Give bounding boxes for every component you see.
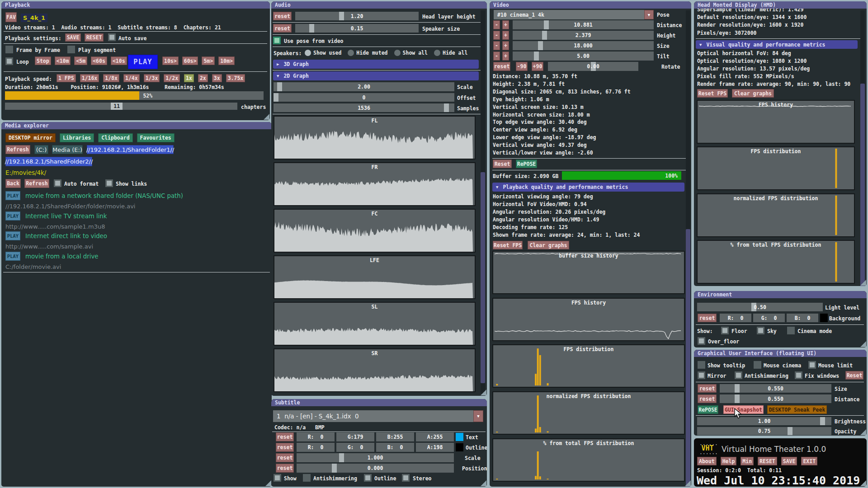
color-component-field[interactable]: B: 0 bbox=[376, 443, 414, 452]
media-explorer-titlebar[interactable]: Media explorer bbox=[1, 122, 272, 129]
tilt-minus-button[interactable]: - bbox=[493, 52, 500, 61]
speed-button[interactable]: 1/16x bbox=[80, 74, 99, 82]
fix-windows-checkbox[interactable] bbox=[795, 371, 802, 379]
media-refresh-button[interactable]: Refresh bbox=[5, 145, 30, 154]
vht-button[interactable]: SAVE bbox=[781, 457, 797, 465]
background-g-field[interactable]: G: 0 bbox=[753, 314, 785, 322]
frame-by-frame-checkbox[interactable] bbox=[5, 46, 13, 53]
speaker-mode-option[interactable]: Hide muted bbox=[348, 50, 387, 56]
rotate-plus-90-button[interactable]: +90 bbox=[532, 62, 543, 71]
audio-scrollbar-thumb[interactable] bbox=[481, 172, 485, 383]
radio-icon[interactable] bbox=[348, 50, 354, 56]
subtitle-scale-reset-button[interactable]: reset bbox=[276, 453, 294, 462]
rotate-slider[interactable]: 0.00 bbox=[548, 62, 638, 71]
hmd-resize-grip[interactable] bbox=[860, 280, 866, 286]
media-source-button[interactable]: Clipboard bbox=[98, 133, 132, 142]
video-titlebar[interactable]: Video bbox=[490, 1, 691, 9]
subtitle-antishimmering-checkbox[interactable] bbox=[303, 474, 311, 482]
speaker-mode-option[interactable]: Show used bbox=[305, 50, 341, 56]
gui-opacity-slider[interactable]: 0.75 bbox=[697, 427, 831, 435]
show-links-checkbox[interactable] bbox=[105, 179, 113, 187]
hmd-scrollbar-thumb[interactable] bbox=[860, 84, 865, 286]
mirror-checkbox[interactable] bbox=[698, 371, 705, 379]
progress-bar[interactable]: 52% bbox=[5, 91, 264, 100]
shared-folder-1-button[interactable]: //192.168.2.1/SharedFolder1// bbox=[87, 145, 174, 154]
color-component-field[interactable]: A:198 bbox=[416, 443, 454, 452]
auto-save-checkbox[interactable] bbox=[108, 33, 116, 41]
mouse-limit-checkbox[interactable] bbox=[808, 361, 816, 369]
drive-c-button[interactable]: (C:) bbox=[34, 145, 48, 154]
media-entry-title[interactable]: movie from a local drive bbox=[25, 253, 98, 260]
gui-distance-reset-button[interactable]: reset bbox=[698, 394, 717, 403]
show-tooltip-checkbox[interactable] bbox=[698, 361, 705, 369]
subtitle-dropdown-arrow[interactable]: ▼ bbox=[473, 410, 483, 422]
environment-resize-grip[interactable] bbox=[860, 341, 866, 347]
speaker-mode-option[interactable]: Hide all bbox=[434, 50, 467, 56]
audio-scrollbar[interactable] bbox=[481, 10, 485, 394]
gui-repose-button[interactable]: RePOSE bbox=[698, 405, 718, 414]
cinema-mode-checkbox[interactable] bbox=[787, 327, 795, 334]
gui-brightness-slider[interactable]: 1.00 bbox=[697, 417, 831, 425]
media-entry-title[interactable]: movie from a network shared folder (NAS/… bbox=[25, 192, 183, 199]
media-entry-title[interactable]: Internet direct link to video bbox=[25, 233, 107, 239]
video-reset-button[interactable]: Reset bbox=[493, 160, 512, 168]
subtitle-stereo-checkbox[interactable] bbox=[402, 474, 410, 482]
size-slider[interactable]: 18.000 bbox=[513, 41, 654, 50]
video-scrollbar[interactable] bbox=[686, 10, 690, 485]
video-scrollbar-thumb[interactable] bbox=[686, 229, 690, 487]
seek-forward-button[interactable]: 10s> bbox=[162, 56, 179, 65]
distance-plus-button[interactable]: + bbox=[502, 20, 509, 29]
speed-button[interactable]: 1x bbox=[184, 74, 194, 82]
play-segment-checkbox[interactable] bbox=[67, 46, 75, 53]
loop-checkbox[interactable] bbox=[5, 57, 13, 65]
color-component-field[interactable]: G:179 bbox=[336, 432, 374, 441]
height-minus-button[interactable]: - bbox=[493, 31, 500, 40]
subtitle-show-checkbox[interactable] bbox=[274, 474, 281, 482]
background-reset-button[interactable]: reset bbox=[698, 314, 717, 322]
speed-button[interactable]: 1/2x bbox=[164, 74, 180, 82]
radio-icon[interactable] bbox=[394, 50, 401, 56]
speed-button[interactable]: 3.75x bbox=[226, 74, 245, 82]
desktop-sneak-peek-button[interactable]: DESKTOP Sneak Peek bbox=[767, 405, 827, 414]
color-component-field[interactable]: G: 0 bbox=[336, 443, 374, 452]
hmd-reset-fps-button[interactable]: Reset FPS bbox=[697, 89, 728, 98]
hmd-titlebar[interactable]: Head Monted Display (HMD) bbox=[694, 1, 867, 9]
head-layer-reset-button[interactable]: reset bbox=[273, 12, 292, 20]
speed-button[interactable]: 3x bbox=[212, 74, 222, 82]
subtitle-position-slider[interactable]: 0.000 bbox=[297, 464, 454, 473]
light-level-slider[interactable]: 0.50 bbox=[697, 303, 823, 311]
fav-button[interactable]: FAV bbox=[5, 12, 17, 22]
distance-slider[interactable]: 10.881 bbox=[513, 20, 654, 29]
speaker-mode-option[interactable]: Show all bbox=[394, 50, 428, 56]
background-b-field[interactable]: B: 0 bbox=[787, 314, 818, 322]
media-source-button[interactable]: Favourites bbox=[137, 133, 175, 142]
video-reset-fps-button[interactable]: Reset FPS bbox=[493, 241, 523, 249]
chapters-slider[interactable]: 11 bbox=[5, 103, 237, 110]
radio-icon[interactable] bbox=[434, 50, 440, 56]
speed-button[interactable]: 1/8x bbox=[103, 74, 119, 82]
entry-play-button[interactable]: PLAY bbox=[5, 211, 20, 221]
tilt-plus-button[interactable]: + bbox=[502, 52, 509, 61]
distance-minus-button[interactable]: - bbox=[493, 20, 500, 29]
explorer-refresh-button[interactable]: Refresh bbox=[24, 179, 49, 188]
speaker-size-slider[interactable]: 0.15 bbox=[295, 24, 419, 33]
save-settings-button[interactable]: SAVE bbox=[65, 33, 81, 42]
vht-button[interactable]: Min bbox=[741, 457, 754, 465]
seek-back-button[interactable]: Stop bbox=[35, 56, 51, 65]
pose-dropdown[interactable]: #10 cinema_1 4k ▼ bbox=[494, 10, 654, 19]
rotate-reset-button[interactable]: reset bbox=[493, 62, 510, 71]
use-pose-checkbox[interactable] bbox=[273, 37, 281, 44]
media-source-button[interactable]: Libraries bbox=[60, 133, 94, 142]
graph-offset-slider[interactable]: 0 bbox=[274, 93, 454, 102]
environment-titlebar[interactable]: Environment bbox=[694, 291, 867, 298]
pose-dropdown-arrow[interactable]: ▼ bbox=[644, 10, 654, 19]
speed-button[interactable]: 1/3x bbox=[144, 74, 160, 82]
seek-forward-button[interactable]: 10m> bbox=[218, 56, 235, 65]
color-component-field[interactable]: R: 0 bbox=[297, 432, 335, 441]
subtitle-resize-grip[interactable] bbox=[481, 480, 486, 486]
height-slider[interactable]: 2.379 bbox=[513, 31, 654, 40]
back-button[interactable]: Back bbox=[5, 179, 21, 188]
gui-reset-button[interactable]: Reset bbox=[845, 371, 863, 380]
seek-back-button[interactable]: <10s bbox=[111, 56, 127, 65]
entry-play-button[interactable]: PLAY bbox=[5, 231, 20, 240]
